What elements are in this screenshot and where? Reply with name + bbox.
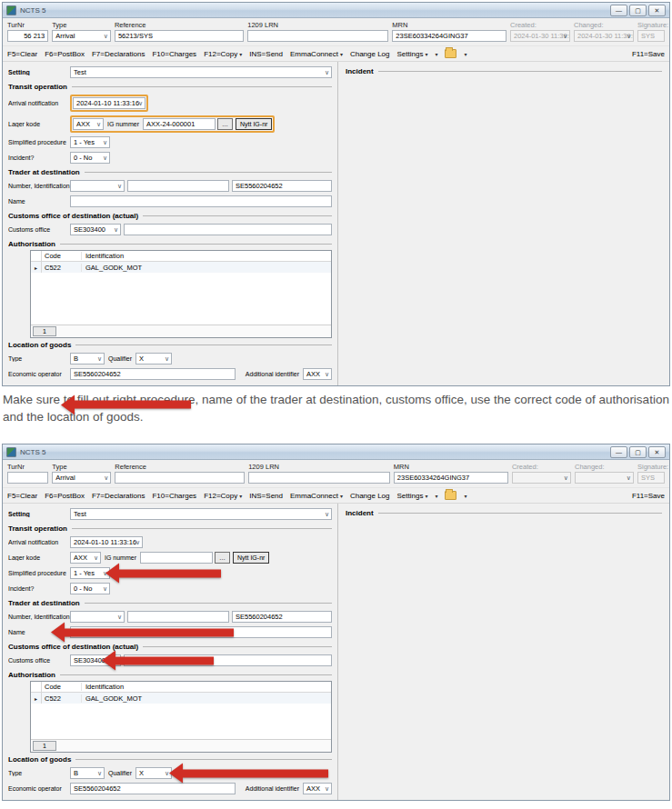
close-button[interactable]: ✕ (648, 5, 666, 16)
transit-operation-header: Transit operation (8, 83, 332, 91)
type-select[interactable]: Arrival∨ (52, 30, 111, 42)
qualifier-select[interactable]: X∨ (135, 353, 172, 365)
location-type-select[interactable]: B∨ (70, 353, 105, 365)
declarations-button[interactable]: F7=Declarations (92, 492, 145, 500)
additional-identifier-select[interactable]: AXX∨ (303, 368, 332, 380)
lager-kode-select[interactable]: AXX∨ (70, 552, 101, 564)
pager-button[interactable]: 1 (33, 741, 56, 751)
dropdown-caret-icon: ▾ (239, 493, 242, 499)
qualifier-select[interactable]: X∨ (135, 767, 172, 779)
customs-office-destination-header: Customs office of destination (actual) (8, 643, 332, 651)
authorisation-row[interactable]: ▸ C522 GAL_GODK_MOT (31, 693, 331, 704)
trader-id-input[interactable]: SE5560204652 (232, 180, 332, 192)
postbox-button[interactable]: F6=PostBox (45, 50, 85, 58)
setting-select[interactable]: Test∨ (70, 508, 332, 520)
charges-button[interactable]: F10=Charges (152, 50, 196, 58)
dropdown-caret-icon: ∨ (325, 68, 329, 77)
identification-column-header[interactable]: Identification (82, 683, 331, 691)
lager-kode-select[interactable]: AXX∨ (73, 118, 104, 130)
folder-icon[interactable] (445, 49, 456, 58)
code-column-header[interactable]: Code (42, 252, 82, 260)
title-bar[interactable]: NCTS 5 — ▢ ✕ (3, 3, 669, 18)
declarations-button[interactable]: F7=Declarations (92, 50, 145, 58)
ig-lookup-button[interactable]: … (215, 552, 230, 564)
qualifier-label: Qualifier (108, 355, 132, 362)
save-button[interactable]: F11=Save (632, 50, 665, 58)
maximize-button[interactable]: ▢ (629, 5, 647, 16)
settings-button[interactable]: Settings▾ (397, 492, 428, 500)
trader-name2-input[interactable] (127, 180, 229, 192)
authorisation-row[interactable]: ▸ C522 GAL_GODK_MOT (31, 262, 331, 273)
type-select[interactable]: Arrival∨ (52, 472, 111, 484)
folder-icon[interactable] (445, 491, 456, 500)
clear-button[interactable]: F5=Clear (7, 492, 37, 500)
emmaconnect-button[interactable]: EmmaConnect▾ (290, 492, 343, 500)
emmaconnect-button[interactable]: EmmaConnect▾ (290, 50, 343, 58)
mrn-input[interactable]: 23SE60334264GING37 (392, 30, 507, 42)
arrival-notification-select[interactable]: 2024-01-10 11:33:16∨ (73, 97, 145, 109)
economic-operator-input[interactable]: SE5560204652 (70, 783, 236, 794)
maximize-button[interactable]: ▢ (629, 446, 647, 458)
dropdown-caret-icon[interactable]: ▾ (435, 493, 437, 499)
close-button[interactable]: ✕ (648, 446, 666, 458)
authorisation-grid: Code Identification ▸ C522 GAL_GODK_MOT … (30, 681, 332, 753)
economic-operator-input[interactable]: SE5560204652 (70, 368, 236, 380)
dropdown-caret-icon[interactable]: ▾ (464, 51, 466, 57)
incident-select[interactable]: 0 - No∨ (70, 583, 110, 594)
trader-name-input[interactable] (70, 195, 332, 207)
pager-button[interactable]: 1 (33, 326, 56, 336)
ig-nummer-input[interactable]: AXX-24-000001 (143, 118, 216, 130)
minimize-button[interactable]: — (610, 446, 627, 458)
identification-column-header[interactable]: Identification (82, 252, 331, 260)
dropdown-caret-icon[interactable]: ▾ (464, 493, 466, 499)
customs-office-destination-header: Customs office of destination (actual) (8, 212, 332, 220)
arrival-notification-select[interactable]: 2024-01-10 11:33:16∨ (70, 536, 143, 548)
created-select: ∨ (512, 472, 571, 484)
trader-name2-input[interactable] (127, 611, 229, 623)
simplified-procedure-select[interactable]: 1 - Yes∨ (70, 567, 110, 579)
ig-nummer-input[interactable] (140, 552, 213, 564)
number-identification-label: Number, Identification (8, 614, 70, 620)
customs-office-select[interactable]: SE303400∨ (70, 224, 121, 235)
location-type-select[interactable]: B∨ (70, 767, 105, 779)
title-bar[interactable]: NCTS 5 — ▢ ✕ (3, 444, 669, 460)
minimize-button[interactable]: — (610, 5, 627, 16)
copy-button[interactable]: F12=Copy▾ (204, 50, 242, 58)
signature-input: SYS (637, 472, 665, 484)
turnr-input[interactable] (7, 472, 48, 484)
incident-select[interactable]: 0 - No∨ (70, 152, 110, 164)
main-area: Setting Test∨ Transit operation Arrival … (3, 504, 669, 800)
trader-number-select[interactable]: ∨ (70, 180, 125, 192)
charges-button[interactable]: F10=Charges (152, 492, 196, 500)
customs-office-name-input[interactable] (124, 224, 332, 235)
postbox-button[interactable]: F6=PostBox (45, 492, 85, 500)
lrn-input[interactable] (247, 30, 388, 42)
additional-identifier-select[interactable]: AXX∨ (303, 783, 332, 794)
changelog-button[interactable]: Change Log (350, 50, 390, 58)
dropdown-caret-icon: ▾ (425, 493, 427, 499)
trader-number-select[interactable]: ∨ (70, 611, 125, 623)
changelog-button[interactable]: Change Log (350, 492, 390, 500)
ig-lookup-button[interactable]: … (217, 118, 233, 130)
copy-button[interactable]: F12=Copy▾ (204, 492, 242, 500)
save-button[interactable]: F11=Save (632, 492, 665, 500)
send-button[interactable]: INS=Send (249, 492, 283, 500)
reference-input[interactable]: 56213/SYS (115, 30, 244, 42)
nytt-ig-button[interactable]: Nytt IG-nr (236, 118, 272, 130)
code-column-header[interactable]: Code (42, 683, 82, 691)
clear-button[interactable]: F5=Clear (7, 50, 37, 58)
mrn-input[interactable]: 23SE60334264GING37 (394, 472, 508, 484)
setting-select[interactable]: Test∨ (70, 66, 332, 78)
dropdown-caret-icon[interactable]: ▾ (435, 51, 437, 57)
settings-button[interactable]: Settings▾ (397, 50, 428, 58)
send-button[interactable]: INS=Send (249, 50, 283, 58)
reference-input[interactable] (115, 472, 245, 484)
nytt-ig-button[interactable]: Nytt IG-nr (233, 552, 269, 564)
lrn-input[interactable] (248, 472, 390, 484)
simplified-procedure-select[interactable]: 1 - Yes∨ (70, 136, 110, 148)
reference-label: Reference (115, 21, 244, 29)
signature-input: SYS (637, 30, 665, 42)
dropdown-caret-icon: ▾ (425, 51, 427, 57)
trader-id-input[interactable]: SE5560204652 (232, 611, 332, 623)
turnr-input[interactable]: 56 213 (7, 30, 48, 42)
